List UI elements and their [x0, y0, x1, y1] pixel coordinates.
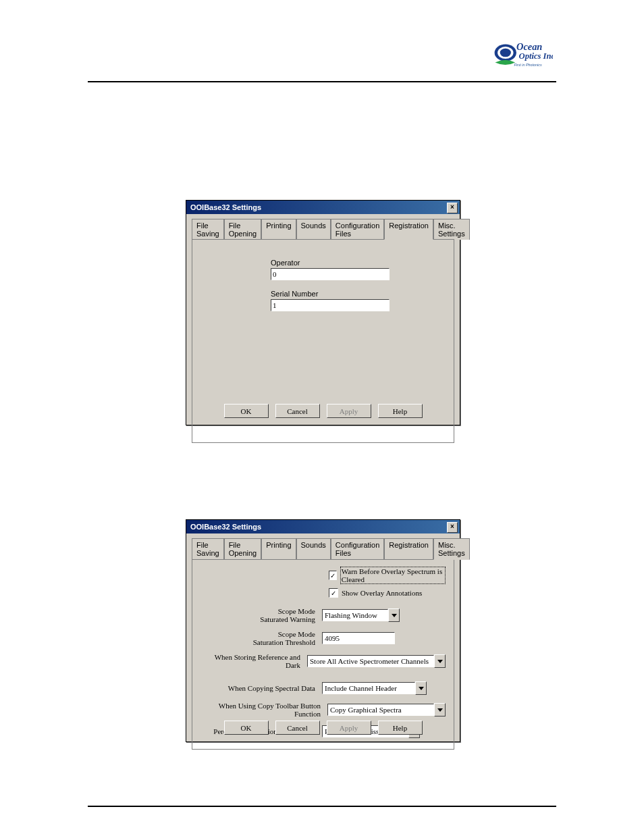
tab-misc-settings[interactable]: Misc. Settings — [433, 538, 470, 560]
warn-overlay-checkbox[interactable]: ✓ — [329, 571, 337, 580]
tab-file-saving[interactable]: File Saving — [192, 219, 224, 240]
settings-dialog-registration: OOIBase32 Settings × File Saving File Op… — [186, 200, 460, 425]
tab-file-opening[interactable]: File Opening — [224, 538, 262, 560]
scope-warning-label: Scope Mode Saturated Warning — [200, 607, 322, 623]
copy-toolbar-label: When Using Copy Toolbar Button Function — [200, 702, 327, 718]
store-ref-dark-select[interactable]: Store All Active Spectrometer Channels — [307, 655, 434, 667]
copy-spectral-select[interactable]: Include Channel Header — [322, 682, 415, 694]
tab-printing[interactable]: Printing — [261, 538, 296, 560]
titlebar: OOIBase32 Settings × — [186, 520, 460, 533]
brand-logo: Ocean Optics Inc. First in Photonics — [492, 39, 553, 73]
scope-threshold-input[interactable] — [322, 632, 395, 644]
serial-input[interactable] — [271, 299, 390, 311]
operator-input[interactable] — [271, 268, 390, 280]
svg-text:Ocean: Ocean — [516, 41, 542, 52]
copy-spectral-label: When Copying Spectral Data — [200, 684, 322, 692]
tab-registration[interactable]: Registration — [384, 538, 433, 560]
chevron-down-icon[interactable] — [434, 654, 446, 668]
titlebar: OOIBase32 Settings × — [186, 201, 460, 214]
warn-overlay-label: Warn Before Overlay Spectrum is Cleared — [340, 567, 446, 584]
help-button[interactable]: Help — [378, 404, 423, 418]
tab-printing[interactable]: Printing — [261, 219, 296, 240]
tab-sounds[interactable]: Sounds — [296, 219, 331, 240]
scope-warning-select[interactable]: Flashing Window — [322, 609, 388, 621]
tab-config-files[interactable]: Configuration Files — [331, 219, 384, 240]
chevron-down-icon[interactable] — [434, 703, 446, 716]
tab-sounds[interactable]: Sounds — [296, 538, 331, 560]
apply-button: Apply — [327, 404, 371, 418]
window-title: OOIBase32 Settings — [190, 520, 261, 533]
operator-label: Operator — [271, 259, 443, 267]
show-annotations-checkbox[interactable]: ✓ — [329, 588, 338, 598]
chevron-down-icon[interactable] — [415, 681, 427, 695]
show-annotations-label: Show Overlay Annotations — [342, 589, 422, 597]
close-icon[interactable]: × — [447, 203, 458, 213]
store-ref-dark-label: When Storing Reference and Dark — [200, 653, 307, 669]
settings-dialog-misc: OOIBase32 Settings × File Saving File Op… — [186, 519, 460, 742]
tab-row: File Saving File Opening Printing Sounds… — [186, 533, 460, 559]
svg-text:First in Photonics: First in Photonics — [514, 63, 542, 67]
scope-threshold-label: Scope Mode Saturation Threshold — [200, 630, 322, 646]
tab-registration[interactable]: Registration — [384, 219, 433, 240]
copy-toolbar-select[interactable]: Copy Graphical Spectra — [327, 704, 434, 716]
help-button[interactable]: Help — [378, 721, 423, 735]
svg-point-2 — [500, 49, 511, 57]
close-icon[interactable]: × — [447, 522, 458, 533]
serial-label: Serial Number — [271, 290, 443, 298]
cancel-button[interactable]: Cancel — [275, 721, 320, 735]
apply-button: Apply — [327, 721, 371, 735]
chevron-down-icon[interactable] — [388, 608, 400, 622]
tab-file-saving[interactable]: File Saving — [192, 538, 224, 560]
ok-button[interactable]: OK — [224, 721, 269, 735]
window-title: OOIBase32 Settings — [190, 201, 261, 214]
cancel-button[interactable]: Cancel — [275, 404, 320, 418]
tab-file-opening[interactable]: File Opening — [224, 219, 262, 240]
svg-text:Optics Inc.: Optics Inc. — [519, 51, 553, 61]
tab-config-files[interactable]: Configuration Files — [331, 538, 384, 560]
header-rule — [88, 81, 556, 82]
tab-row: File Saving File Opening Printing Sounds… — [186, 214, 460, 239]
ok-button[interactable]: OK — [224, 404, 269, 418]
footer-rule — [88, 806, 556, 807]
tab-misc-settings[interactable]: Misc. Settings — [433, 219, 470, 240]
